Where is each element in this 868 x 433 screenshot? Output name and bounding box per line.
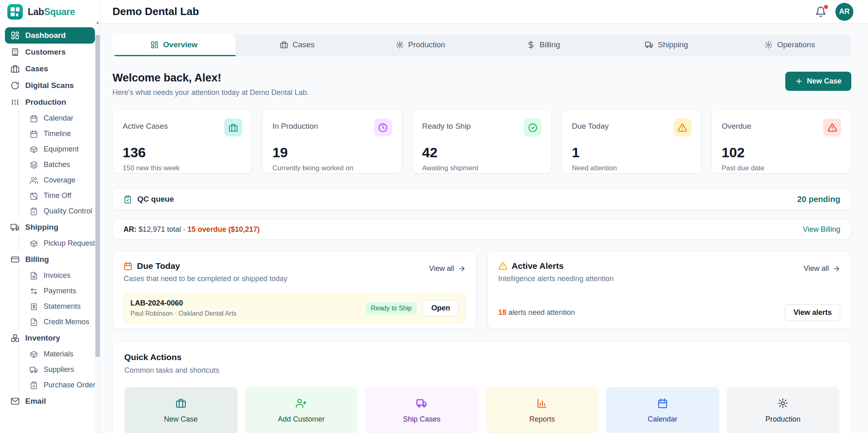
stat-value: 136 bbox=[123, 145, 242, 160]
sidebar-item-billing[interactable]: Billing bbox=[5, 251, 95, 268]
case-meta: Paul Robinson · Oakland Dental Arts bbox=[130, 310, 237, 317]
package-icon bbox=[30, 240, 38, 248]
qc-queue-label: QC queue bbox=[137, 195, 174, 204]
credit-card-icon bbox=[11, 255, 20, 264]
sidebar-item-label: Shipping bbox=[25, 223, 58, 232]
gear-icon bbox=[764, 41, 773, 49]
new-case-button[interactable]: New Case bbox=[785, 72, 851, 91]
tab-billing[interactable]: Billing bbox=[482, 34, 605, 56]
sidebar-item-cases[interactable]: Cases bbox=[5, 61, 95, 77]
sidebar-item-label: Credit Memos bbox=[44, 318, 89, 326]
app-root: LabSquare Dashboard Customers Cases Digi… bbox=[0, 0, 868, 433]
stat-card-due-today[interactable]: Due Today 1 Need attention bbox=[562, 109, 701, 174]
quick-action-add-customer[interactable]: Add Customer bbox=[245, 387, 358, 433]
sidebar-item-statements[interactable]: Statements bbox=[26, 299, 95, 314]
sidebar-item-time-off[interactable]: Time Off bbox=[26, 188, 95, 203]
tab-label: Production bbox=[408, 40, 445, 49]
sidebar-item-purchase-orders[interactable]: Purchase Orders bbox=[26, 378, 95, 393]
stat-caption: Awaiting shipment bbox=[422, 164, 542, 172]
user-plus-icon bbox=[296, 398, 306, 409]
stat-card-ready-to-ship[interactable]: Ready to Ship 42 Awaiting shipment bbox=[412, 109, 552, 174]
sidebar-item-dashboard[interactable]: Dashboard bbox=[5, 27, 95, 44]
view-billing-link[interactable]: View Billing bbox=[803, 225, 840, 234]
view-alerts-button[interactable]: View alerts bbox=[785, 304, 840, 321]
quick-action-label: Ship Cases bbox=[403, 415, 441, 424]
stat-card-active-cases[interactable]: Active Cases 136 150 new this week bbox=[112, 109, 252, 174]
sidebar-item-timeline[interactable]: Timeline bbox=[26, 126, 95, 141]
ar-separator: · bbox=[183, 225, 187, 233]
ar-total: $12,971 total bbox=[137, 225, 183, 233]
open-case-button[interactable]: Open bbox=[423, 300, 458, 317]
quick-action-ship-cases[interactable]: Ship Cases bbox=[365, 387, 478, 433]
sidebar-item-batches[interactable]: Batches bbox=[26, 157, 95, 172]
boxes-icon bbox=[11, 334, 20, 343]
sidebar-item-inventory[interactable]: Inventory bbox=[5, 330, 95, 346]
status-badge: Ready to Ship bbox=[366, 302, 417, 314]
tab-shipping[interactable]: Shipping bbox=[605, 34, 728, 56]
sidebar-item-equipment[interactable]: Equipment bbox=[26, 142, 95, 157]
stat-caption: 150 new this week bbox=[123, 164, 242, 172]
sidebar-item-customers[interactable]: Customers bbox=[5, 44, 95, 60]
building-icon bbox=[11, 48, 20, 57]
sidebar-item-calendar[interactable]: Calendar bbox=[26, 111, 95, 126]
production-subgroup: Calendar Timeline Equipment Batches Cove… bbox=[18, 111, 95, 219]
tab-label: Cases bbox=[293, 40, 315, 49]
tab-production[interactable]: Production bbox=[359, 34, 482, 56]
sidebar-item-pickup-requests[interactable]: Pickup Requests bbox=[26, 236, 95, 251]
cards-row: Due Today Cases that need to be complete… bbox=[112, 251, 851, 329]
sliders-icon bbox=[11, 98, 20, 107]
sidebar-scrollbar[interactable]: ▲ bbox=[95, 20, 100, 433]
sidebar-item-shipping[interactable]: Shipping bbox=[5, 219, 95, 235]
package-icon bbox=[30, 145, 38, 154]
sidebar-item-label: Timeline bbox=[44, 130, 71, 138]
active-alerts-title: Active Alerts bbox=[512, 261, 564, 271]
scan-rotate-icon bbox=[11, 81, 20, 90]
sidebar-item-payments[interactable]: Payments bbox=[26, 284, 95, 299]
sidebar-item-credit-memos[interactable]: Credit Memos bbox=[26, 314, 95, 330]
sidebar-scrollbar-thumb[interactable] bbox=[95, 35, 100, 357]
quick-action-reports[interactable]: Reports bbox=[486, 387, 599, 433]
quick-action-calendar[interactable]: Calendar bbox=[606, 387, 719, 433]
sidebar-item-label: Calendar bbox=[44, 114, 73, 123]
stat-caption: Past due date bbox=[722, 164, 841, 172]
briefcase-icon bbox=[224, 119, 242, 136]
notifications-bell-icon[interactable] bbox=[815, 6, 826, 18]
tab-cases[interactable]: Cases bbox=[236, 34, 359, 56]
quick-action-production[interactable]: Production bbox=[727, 387, 840, 433]
user-avatar[interactable]: AR bbox=[835, 3, 853, 21]
stat-card-overdue[interactable]: Overdue 102 Past due date bbox=[712, 109, 851, 174]
sidebar-item-email[interactable]: Email bbox=[5, 393, 95, 409]
sidebar-item-label: Quality Control bbox=[44, 207, 92, 215]
top-bar: Demo Dental Lab AR bbox=[100, 0, 868, 24]
due-today-title: Due Today bbox=[137, 261, 180, 271]
sidebar-item-invoices[interactable]: Invoices bbox=[26, 268, 95, 283]
stat-card-in-production[interactable]: In Production 19 Currently being worked … bbox=[262, 109, 402, 174]
quick-action-new-case[interactable]: New Case bbox=[124, 387, 238, 433]
sidebar-item-label: Pickup Requests bbox=[44, 239, 99, 248]
sidebar-item-digital-scans[interactable]: Digital Scans bbox=[5, 77, 95, 94]
alerts-view-all-link[interactable]: View all bbox=[804, 264, 840, 273]
sidebar-item-quality-control[interactable]: Quality Control bbox=[26, 204, 95, 219]
sidebar-item-coverage[interactable]: Coverage bbox=[26, 173, 95, 188]
tab-overview[interactable]: Overview bbox=[112, 34, 236, 56]
due-today-view-all-link[interactable]: View all bbox=[429, 264, 466, 273]
alert-triangle-icon bbox=[498, 262, 507, 270]
scrollbar-up-arrow-icon[interactable]: ▲ bbox=[95, 20, 100, 24]
tab-label: Shipping bbox=[658, 40, 688, 49]
calendar-icon bbox=[30, 130, 38, 138]
sidebar-item-label: Purchase Orders bbox=[44, 381, 99, 389]
sidebar-item-suppliers[interactable]: Suppliers bbox=[26, 362, 95, 377]
stat-value: 42 bbox=[422, 145, 542, 160]
quick-actions-title: Quick Actions bbox=[124, 352, 839, 362]
truck-icon bbox=[416, 398, 427, 409]
brand[interactable]: LabSquare bbox=[0, 0, 100, 24]
inventory-subgroup: Materials Suppliers Purchase Orders bbox=[18, 347, 95, 393]
welcome-subtitle: Here's what needs your attention today a… bbox=[112, 88, 309, 97]
page-title: Demo Dental Lab bbox=[112, 5, 199, 18]
tab-operations[interactable]: Operations bbox=[728, 34, 851, 56]
sidebar-item-production[interactable]: Production bbox=[5, 94, 95, 110]
quick-action-label: Calendar bbox=[648, 415, 677, 424]
qc-queue-bar[interactable]: QC queue 20 pending bbox=[112, 188, 851, 210]
sidebar-item-materials[interactable]: Materials bbox=[26, 347, 95, 362]
cog-icon bbox=[396, 41, 404, 49]
